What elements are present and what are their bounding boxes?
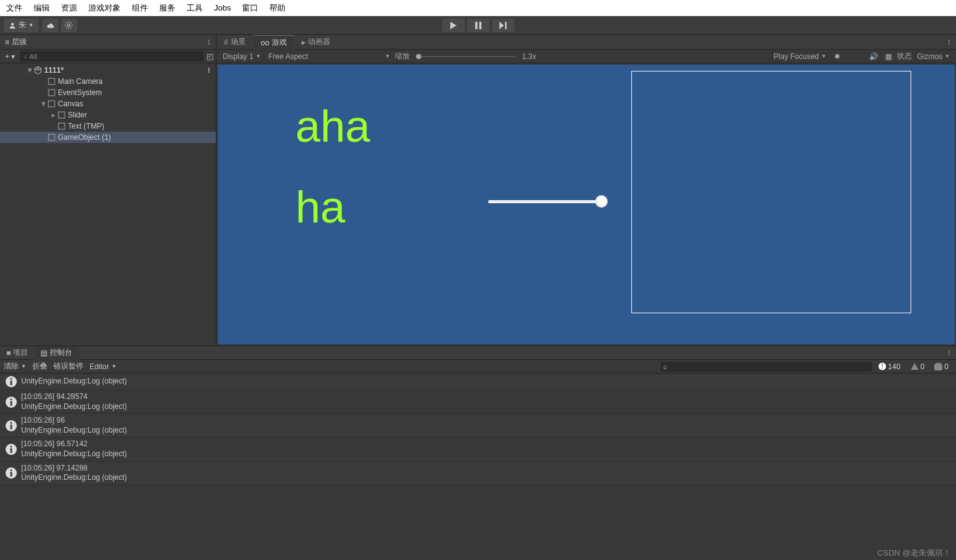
svg-rect-4 [505, 22, 507, 29]
menu-jobs[interactable]: Jobs [214, 3, 231, 12]
play-focused-label: Play Focused [774, 52, 819, 61]
display-dropdown[interactable]: Display 1▼ [220, 52, 263, 61]
info-count[interactable]: !140 [875, 362, 904, 372]
collapse-button[interactable]: 折叠 [32, 361, 47, 372]
status-label[interactable]: 状态 [897, 51, 912, 62]
play-button[interactable] [442, 19, 465, 32]
menu-edit[interactable]: 编辑 [34, 2, 50, 14]
tree-item[interactable]: Main Camera [0, 76, 216, 87]
audio-icon[interactable]: 🔊 [867, 51, 879, 62]
chevron-down-icon: ▼ [26, 66, 34, 75]
tree-item[interactable]: Text (TMP) [0, 121, 216, 132]
text-line2: ha [295, 167, 370, 248]
main-area: ≡ 层级 ⁝ + ▾ ⌕ All ◰ ▼ 1111* ⁝ Main Camera… [0, 35, 956, 346]
cube-icon [57, 111, 66, 119]
filter-icon[interactable]: ◰ [207, 52, 213, 61]
zoom-slider[interactable] [416, 56, 516, 57]
log-item[interactable]: UnityEngine.Debug:Log (object) [0, 374, 956, 390]
console-search[interactable]: ⌕ [661, 362, 872, 372]
pause-icon [475, 22, 481, 29]
cube-icon [47, 88, 56, 97]
search-icon: ⌕ [24, 53, 27, 60]
tab-scene[interactable]: #场景 [216, 35, 253, 50]
svg-rect-7 [49, 101, 55, 107]
menu-component[interactable]: 组件 [132, 2, 148, 14]
info-icon [5, 396, 17, 408]
panel-more[interactable]: ⁝ [948, 349, 951, 357]
panel-more[interactable]: ⁝ [948, 38, 951, 47]
bug-icon[interactable]: ✹ [831, 51, 843, 62]
tree-item-selected[interactable]: GameObject (1) [0, 132, 216, 143]
warn-count[interactable]: 0 [907, 362, 929, 372]
tab-project[interactable]: ■项目 [0, 346, 34, 360]
error-count[interactable]: 0 [930, 362, 952, 372]
info-icon [5, 443, 17, 456]
stats-icon[interactable]: ▦ [882, 51, 894, 62]
step-button[interactable] [492, 19, 514, 32]
item-label: Text (TMP) [68, 122, 104, 131]
gizmos-dropdown[interactable]: Gizmos▼ [914, 52, 952, 61]
slider-handle[interactable] [595, 195, 608, 208]
svg-point-14 [11, 378, 12, 380]
cloud-icon [46, 22, 55, 29]
zoom-value: 1.3x [522, 52, 536, 61]
menubar: 文件 编辑 资源 游戏对象 组件 服务 工具 Jobs 窗口 帮助 [0, 0, 956, 16]
search-icon: ⌕ [663, 362, 667, 371]
log-item[interactable]: [10:05:26] 96UnityEngine.Debug:Log (obje… [0, 414, 956, 438]
svg-rect-5 [49, 78, 55, 85]
settings-button[interactable] [61, 19, 77, 32]
log-item[interactable]: [10:05:26] 94.28574UnityEngine.Debug:Log… [0, 390, 956, 414]
menu-gameobject[interactable]: 游戏对象 [88, 2, 121, 14]
cloud-button[interactable] [42, 19, 58, 32]
add-button[interactable]: + ▾ [2, 52, 17, 61]
log-item[interactable]: [10:05:26] 97.14288UnityEngine.Debug:Log… [0, 462, 956, 485]
account-button[interactable]: 朱 ▼ [4, 19, 39, 32]
svg-rect-9 [58, 123, 65, 129]
svg-rect-2 [475, 22, 478, 29]
tree-item[interactable]: EventSystem [0, 87, 216, 98]
game-canvas[interactable]: aha ha [218, 65, 955, 344]
console-icon: ▤ [40, 349, 47, 357]
ui-slider[interactable] [488, 200, 600, 203]
error-icon [934, 362, 942, 370]
menu-file[interactable]: 文件 [6, 2, 22, 14]
svg-point-0 [11, 22, 14, 25]
tab-console[interactable]: ▤控制台 [34, 346, 78, 360]
svg-rect-21 [11, 425, 12, 429]
svg-rect-15 [11, 380, 12, 385]
scene-root[interactable]: ▼ 1111* ⁝ [0, 65, 216, 76]
svg-point-17 [11, 398, 12, 400]
tab-game[interactable]: ᴏᴏ游戏 [253, 35, 294, 50]
error-pause-button[interactable]: 错误暂停 [53, 361, 83, 372]
info-icon [5, 420, 17, 432]
game-panel: #场景 ᴏᴏ游戏 ▸动画器 ⁝ Display 1▼ Free Aspect▼ … [216, 35, 956, 346]
aspect-dropdown[interactable]: Free Aspect▼ [266, 52, 392, 61]
menu-help[interactable]: 帮助 [269, 2, 285, 14]
svg-rect-3 [479, 22, 481, 29]
tab-label: 场景 [231, 37, 246, 47]
menu-window[interactable]: 窗口 [242, 2, 258, 14]
clear-button[interactable]: 清除 [4, 361, 19, 372]
gamepad-icon: ᴏᴏ [261, 39, 269, 47]
tree-item[interactable]: ▼Canvas [0, 98, 216, 109]
tab-animator[interactable]: ▸动画器 [294, 35, 338, 50]
item-label: GameObject (1) [58, 133, 111, 142]
watermark: CSDN @老朱佩琪！ [877, 548, 951, 559]
scene-more[interactable]: ⁝ [208, 66, 211, 75]
cube-icon [57, 122, 66, 131]
editor-dropdown[interactable]: Editor [90, 362, 109, 371]
pause-button[interactable] [467, 19, 490, 32]
cube-icon [47, 99, 56, 108]
tree-item[interactable]: ▸Slider [0, 109, 216, 121]
menu-services[interactable]: 服务 [159, 2, 175, 14]
tab-label: 动画器 [308, 37, 330, 47]
svg-rect-6 [49, 90, 55, 96]
chevron-down-icon: ▼ [29, 22, 34, 28]
hierarchy-search[interactable]: ⌕ All [20, 51, 204, 62]
log-item[interactable]: [10:05:26] 96.57142UnityEngine.Debug:Log… [0, 438, 956, 461]
menu-tools[interactable]: 工具 [187, 2, 203, 14]
panel-more[interactable]: ⁝ [208, 38, 211, 47]
scene-name: 1111* [44, 66, 63, 75]
play-focused-dropdown[interactable]: Play Focused▼ [771, 52, 829, 61]
menu-assets[interactable]: 资源 [61, 2, 77, 14]
